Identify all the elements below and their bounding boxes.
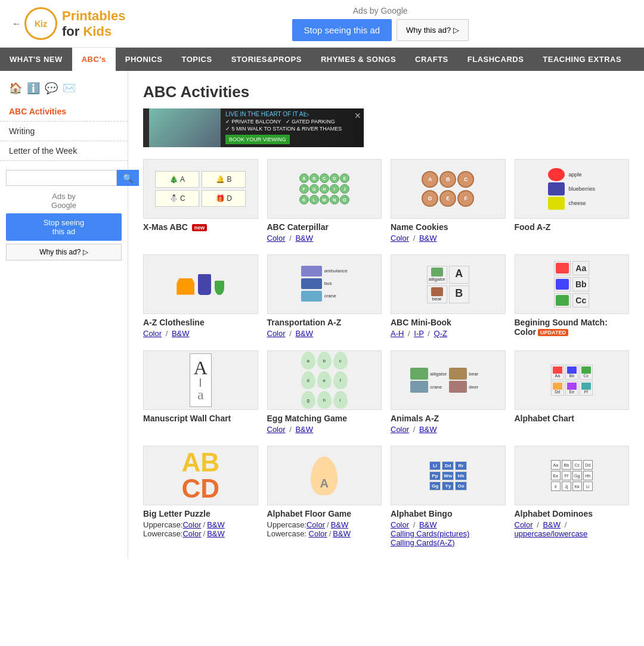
list-item: alligator A bear B ABC Mini-Book A-H / I…	[391, 254, 506, 338]
nav: WHAT'S NEW ABC's PHONICS TOPICS STORIES&…	[0, 48, 644, 71]
nav-flashcards[interactable]: FLASHCARDS	[458, 48, 534, 71]
alphabet-floor-game-upper-bw-link[interactable]: B&W	[331, 520, 349, 529]
email-icon[interactable]: ✉️	[63, 82, 76, 95]
list-item: 🎄 A 🔔 B ⛄ C 🎁 D X-Mas ABC new	[143, 159, 258, 243]
list-item: ambulance bus crane Transportation A-Z C…	[267, 254, 382, 338]
beginning-sound-match-image: Aa Bb Cc	[515, 254, 630, 314]
why-ad-button-header[interactable]: Why this ad? ▷	[397, 19, 469, 41]
abc-minibook-links: A-H / I-P / Q-Z	[391, 329, 506, 338]
alphabet-chart-link[interactable]: Alphabet Chart	[515, 414, 574, 423]
egg-matching-game-links: Color / B&W	[267, 425, 382, 434]
alphabet-dominoes-bw-link[interactable]: B&W	[543, 520, 561, 529]
alphabet-dominoes-color-link[interactable]: Color	[515, 520, 533, 529]
alphabet-bingo-image: Ll Dd Rr Pp Ww Hh Gg Yy Oo	[391, 446, 506, 505]
alphabet-chart-image: Aa Bb Cc Dd Ee Ff	[515, 350, 630, 410]
banner-ad-text: LIVE IN THE HEART OF IT AI▷ ✓ PRIVATE BA…	[221, 111, 358, 145]
alphabet-bingo-title: Alphabet Bingo	[391, 509, 506, 518]
list-item: A B C D E F G H I J	[267, 159, 382, 243]
nav-phonics[interactable]: PHONICS	[116, 48, 172, 71]
nav-abcs[interactable]: ABC's	[72, 48, 116, 71]
ads-by-google-sidebar: Ads byGoogle	[6, 192, 122, 210]
alphabet-floor-game-lower-bw-link[interactable]: B&W	[333, 529, 351, 538]
stop-ad-button-sidebar[interactable]: Stop seeingthis ad	[6, 213, 122, 241]
big-letter-puzzle-links: Uppercase:Color/B&W Lowercase:Color/B&W	[143, 520, 258, 538]
sidebar-item-abc-activities[interactable]: ABC Activities	[0, 102, 128, 122]
chat-icon[interactable]: 💬	[45, 82, 58, 95]
abc-minibook-ah-link[interactable]: A-H	[391, 329, 404, 338]
xmas-abc-image: 🎄 A 🔔 B ⛄ C 🎁 D	[143, 159, 258, 219]
abc-minibook-title: ABC Mini-Book	[391, 318, 506, 327]
egg-matching-game-bw-link[interactable]: B&W	[295, 425, 313, 434]
name-cookies-title: Name Cookies	[391, 222, 506, 232]
search-box: 🔍	[6, 170, 122, 186]
big-letter-puzzle-lower-color-link[interactable]: Color	[182, 529, 201, 538]
logo-text: Printables for Kids	[62, 8, 125, 39]
xmas-abc-title: X-Mas ABC new	[143, 222, 258, 232]
name-cookies-color-link[interactable]: Color	[391, 234, 409, 243]
list-item: Aa Bb Cc Begining Sound Match: ColorUPDA…	[515, 254, 630, 338]
alphabet-chart-title: Alphabet Chart	[515, 414, 630, 423]
stop-ad-button-header[interactable]: Stop seeing this ad	[292, 19, 392, 41]
transportation-az-image: ambulance bus crane	[267, 254, 382, 314]
abc-caterpillar-title: ABC Caterpillar	[267, 222, 382, 232]
big-letter-puzzle-upper-bw-link[interactable]: B&W	[207, 520, 225, 529]
updated-badge: UPDATED	[538, 329, 568, 336]
alphabet-bingo-bw-link[interactable]: B&W	[419, 520, 437, 529]
transportation-az-color-link[interactable]: Color	[267, 329, 286, 338]
beginning-sound-match-color-link[interactable]: Color	[515, 327, 537, 337]
big-letter-puzzle-title: Big Letter Puzzle	[143, 509, 258, 518]
az-clothesline-image	[143, 254, 258, 314]
header: ← Kiz Printables for Kids Ads by Google …	[0, 0, 644, 48]
egg-matching-game-color-link[interactable]: Color	[267, 425, 286, 434]
big-letter-puzzle-upper-color-link[interactable]: Color	[182, 520, 201, 529]
search-input[interactable]	[6, 170, 117, 186]
home-icon[interactable]: 🏠	[9, 82, 22, 95]
transportation-az-bw-link[interactable]: B&W	[295, 329, 313, 338]
food-az-title: Food A-Z	[515, 222, 630, 232]
alphabet-dominoes-uppercase-lowercase-link[interactable]: uppercase/lowercase	[515, 529, 588, 538]
food-az-image: apple blueberries cheese	[515, 159, 630, 219]
sidebar-item-letter-of-week[interactable]: Letter of the Week	[0, 141, 128, 161]
animals-az-color-link[interactable]: Color	[391, 425, 409, 434]
abc-caterpillar-color-link[interactable]: Color	[267, 234, 286, 243]
why-ad-button-sidebar[interactable]: Why this ad? ▷	[6, 244, 122, 260]
list-item: AB CD Big Letter Puzzle Uppercase:Color/…	[143, 446, 258, 547]
food-az-link[interactable]: Food A-Z	[515, 222, 551, 232]
list-item: Aa Bb Cc Dd Ee Ff Alphabet Chart	[515, 350, 630, 434]
alphabet-bingo-color-link[interactable]: Color	[391, 520, 409, 529]
nav-crafts[interactable]: CRAFTS	[405, 48, 458, 71]
name-cookies-bw-link[interactable]: B&W	[419, 234, 437, 243]
abc-caterpillar-bw-link[interactable]: B&W	[295, 234, 313, 243]
az-clothesline-color-link[interactable]: Color	[143, 329, 162, 338]
alphabet-floor-game-upper-color-link[interactable]: Color	[306, 520, 325, 529]
xmas-abc-link[interactable]: X-Mas ABC	[143, 222, 188, 232]
manuscript-wall-chart-link[interactable]: Manuscript Wall Chart	[143, 414, 231, 423]
abc-minibook-ip-link[interactable]: I-P	[414, 329, 423, 338]
abc-minibook-image: alligator A bear B	[391, 254, 506, 314]
nav-rhymes-songs[interactable]: RHYMES & SONGS	[311, 48, 405, 71]
nav-topics[interactable]: TOPICS	[172, 48, 221, 71]
abc-minibook-qz-link[interactable]: Q-Z	[434, 329, 447, 338]
alphabet-dominoes-links: Color / B&W / uppercase/lowercase	[515, 520, 630, 538]
alphabet-floor-game-lower-color-link[interactable]: Color	[309, 529, 327, 538]
alphabet-bingo-calling-az-link[interactable]: Calling Cards(A-Z)	[391, 538, 455, 547]
banner-ad-close[interactable]: ✕	[354, 111, 361, 120]
alphabet-bingo-calling-pictures-link[interactable]: Calling Cards(pictures)	[391, 529, 469, 538]
big-letter-puzzle-lower-bw-link[interactable]: B&W	[207, 529, 225, 538]
sidebar-icons: 🏠 ℹ️ 💬 ✉️	[0, 77, 128, 102]
az-clothesline-bw-link[interactable]: B&W	[172, 329, 190, 338]
animals-az-bw-link[interactable]: B&W	[419, 425, 437, 434]
sidebar-item-writing[interactable]: Writing	[0, 122, 128, 141]
nav-teaching-extras[interactable]: TEACHING EXTRAS	[533, 48, 631, 71]
animals-az-links: Color / B&W	[391, 425, 506, 434]
back-button[interactable]: ←	[9, 15, 24, 32]
header-ad: Ads by Google Stop seeing this ad Why th…	[125, 6, 635, 41]
alphabet-floor-game-image: A	[267, 446, 382, 505]
alphabet-floor-game-links: Uppercase:Color/B&W Lowercase: Color/B&W	[267, 520, 382, 538]
list-item: A a Manuscript Wall Chart	[143, 350, 258, 434]
nav-whats-new[interactable]: WHAT'S NEW	[0, 48, 72, 71]
nav-stories-props[interactable]: STORIES&PROPS	[222, 48, 311, 71]
animals-az-title: Animals A-Z	[391, 414, 506, 423]
big-letter-puzzle-image: AB CD	[143, 446, 258, 505]
info-icon[interactable]: ℹ️	[27, 82, 40, 95]
